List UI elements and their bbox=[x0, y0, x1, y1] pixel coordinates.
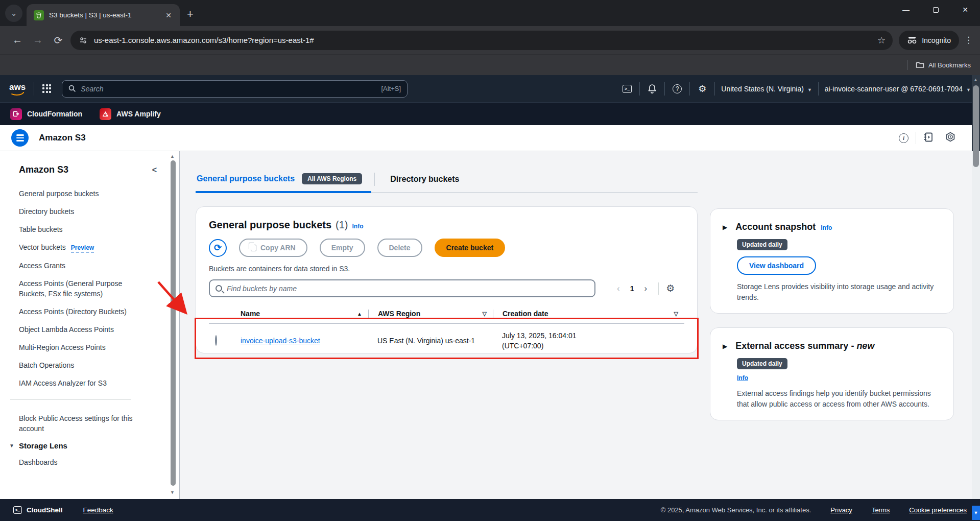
scrollbar-thumb[interactable] bbox=[171, 160, 176, 486]
scroll-down-icon[interactable]: ▼ bbox=[972, 506, 980, 520]
account-menu[interactable]: ai-invoice-scanner-user @ 6762-0691-7094… bbox=[825, 85, 971, 93]
view-dashboard-button[interactable]: View dashboard bbox=[737, 256, 816, 275]
scroll-down-icon[interactable]: ▼ bbox=[170, 490, 175, 495]
gear-icon: ⚙ bbox=[666, 283, 675, 294]
browser-tab[interactable]: S3 buckets | S3 | us-east-1 ✕ bbox=[27, 4, 180, 26]
info-link[interactable]: Info bbox=[352, 223, 364, 230]
sidebar-item-access-points-gp[interactable]: Access Points (General Purpose Buckets, … bbox=[19, 278, 151, 299]
cloudshell-button[interactable]: >_ bbox=[621, 85, 633, 93]
footer-cloudshell-button[interactable]: >_ CloudShell bbox=[13, 506, 63, 514]
s3-favicon-icon bbox=[34, 10, 44, 20]
sidebar-item-vector-buckets[interactable]: Vector bucketsPreview bbox=[19, 242, 151, 253]
sidebar-section-storage-lens[interactable]: ▼ Storage Lens bbox=[9, 441, 179, 450]
all-bookmarks-button[interactable]: All Bookmarks bbox=[928, 61, 971, 69]
row-radio-button[interactable] bbox=[215, 335, 217, 346]
services-menu-button[interactable] bbox=[42, 84, 52, 93]
forward-button[interactable]: → bbox=[28, 30, 48, 51]
column-header-creation-date[interactable]: Creation date▽ bbox=[493, 310, 684, 318]
copy-arn-button[interactable]: Copy ARN bbox=[239, 239, 307, 257]
scrollbar-thumb[interactable] bbox=[973, 85, 979, 167]
privacy-link[interactable]: Privacy bbox=[830, 506, 852, 514]
aws-top-nav: aws [Alt+S] >_ ? ⚙ United States (N. Vir… bbox=[0, 75, 980, 102]
scroll-up-icon[interactable]: ▲ bbox=[170, 154, 175, 159]
incognito-label: Incognito bbox=[922, 36, 951, 44]
new-tab-button[interactable]: + bbox=[187, 8, 194, 21]
refresh-button[interactable]: ⟳ bbox=[209, 239, 227, 257]
delete-button[interactable]: Delete bbox=[377, 239, 422, 257]
sidebar-collapse-icon[interactable]: < bbox=[152, 165, 157, 175]
sidebar-item-object-lambda[interactable]: Object Lambda Access Points bbox=[19, 324, 151, 335]
column-header-region[interactable]: AWS Region▽ bbox=[368, 310, 493, 318]
empty-button[interactable]: Empty bbox=[320, 239, 365, 257]
cloudshell-icon: >_ bbox=[623, 85, 632, 93]
aws-amplify-icon bbox=[100, 108, 111, 120]
help-button[interactable]: ? bbox=[671, 84, 683, 93]
sidebar-item-directory-buckets[interactable]: Directory buckets bbox=[19, 206, 151, 217]
sidebar-item-multi-region[interactable]: Multi-Region Access Points bbox=[19, 342, 151, 352]
info-icon[interactable]: i bbox=[899, 133, 909, 143]
sidebar-item-table-buckets[interactable]: Table buckets bbox=[19, 224, 151, 234]
aws-nav-utilities: >_ ? ⚙ United States (N. Virginia)▼ ai-i… bbox=[621, 82, 971, 96]
aws-search-bar[interactable]: [Alt+S] bbox=[62, 80, 408, 98]
divider bbox=[639, 82, 640, 96]
sidebar-item-access-points-directory[interactable]: Access Points (Directory Buckets) bbox=[19, 306, 151, 317]
panel-description: Buckets are containers for data stored i… bbox=[209, 265, 684, 273]
settings-button[interactable]: ⚙ bbox=[696, 83, 708, 94]
column-header-name[interactable]: Name▲ bbox=[241, 310, 368, 318]
window-maximize-button[interactable] bbox=[921, 0, 950, 19]
info-link[interactable]: Info bbox=[737, 374, 941, 382]
bell-icon bbox=[648, 84, 657, 93]
favorite-aws-amplify[interactable]: AWS Amplify bbox=[100, 108, 161, 120]
back-button[interactable]: ← bbox=[7, 30, 28, 51]
sidebar-scrollbar[interactable]: ▲ ▼ bbox=[170, 154, 176, 495]
cookie-preferences-link[interactable]: Cookie preferences bbox=[909, 506, 967, 514]
reload-button[interactable]: ⟳ bbox=[48, 30, 68, 51]
tab-directory-buckets[interactable]: Directory buckets bbox=[378, 175, 471, 192]
footer-feedback-button[interactable]: Feedback bbox=[83, 506, 113, 514]
favorite-cloudformation[interactable]: CloudFormation bbox=[10, 108, 82, 120]
shortcuts-panel-icon[interactable] bbox=[923, 132, 934, 144]
find-buckets-input[interactable] bbox=[227, 285, 589, 293]
terms-link[interactable]: Terms bbox=[872, 506, 890, 514]
sidebar: Amazon S3 < General purpose buckets Dire… bbox=[0, 151, 180, 499]
sidebar-item-iam-access-analyzer[interactable]: IAM Access Analyzer for S3 bbox=[19, 378, 151, 388]
region-selector[interactable]: United States (N. Virginia)▼ bbox=[721, 85, 812, 93]
sidebar-item-general-purpose-buckets[interactable]: General purpose buckets bbox=[19, 188, 151, 199]
chevron-collapsed-icon[interactable]: ▶ bbox=[723, 224, 727, 231]
create-bucket-button[interactable]: Create bucket bbox=[435, 239, 506, 257]
aws-search-input[interactable] bbox=[81, 85, 381, 93]
sidebar-item-block-public-access[interactable]: Block Public Access settings for this ac… bbox=[19, 413, 151, 434]
tab-close-icon[interactable]: ✕ bbox=[162, 10, 175, 20]
next-page-button[interactable]: › bbox=[640, 283, 651, 294]
search-icon bbox=[216, 285, 222, 292]
console-footer: >_ CloudShell Feedback © 2025, Amazon We… bbox=[0, 499, 980, 521]
browser-menu-button[interactable]: ⋮ bbox=[964, 35, 973, 45]
window-close-button[interactable]: ✕ bbox=[950, 0, 980, 19]
bookmark-star-icon[interactable]: ☆ bbox=[877, 35, 886, 46]
chevron-collapsed-icon[interactable]: ▶ bbox=[723, 343, 727, 350]
table-preferences-button[interactable]: ⚙ bbox=[666, 282, 675, 294]
sidebar-item-access-grants[interactable]: Access Grants bbox=[19, 260, 151, 271]
address-bar[interactable]: us-east-1.console.aws.amazon.com/s3/home… bbox=[70, 31, 893, 50]
notifications-button[interactable] bbox=[646, 84, 658, 93]
aws-logo[interactable]: aws bbox=[9, 82, 26, 96]
service-title: Amazon S3 bbox=[39, 133, 86, 143]
site-info-icon[interactable] bbox=[78, 35, 89, 46]
browser-scrollbar[interactable]: ▲ ▼ bbox=[972, 75, 980, 521]
info-link[interactable]: Info bbox=[821, 224, 832, 231]
bucket-count: (1) bbox=[336, 219, 348, 231]
sidebar-toggle-button[interactable] bbox=[11, 129, 29, 147]
find-buckets-searchbox[interactable] bbox=[209, 279, 595, 297]
window-minimize-button[interactable]: — bbox=[891, 0, 921, 19]
bucket-name-link[interactable]: invoice-upload-s3-bucket bbox=[241, 337, 320, 345]
scroll-up-icon[interactable]: ▲ bbox=[973, 77, 978, 82]
previous-page-button[interactable]: ‹ bbox=[613, 283, 624, 294]
copy-icon bbox=[251, 245, 256, 251]
sidebar-item-dashboards[interactable]: Dashboards bbox=[19, 457, 151, 467]
sidebar-item-batch-operations[interactable]: Batch Operations bbox=[19, 360, 151, 370]
favorite-label: AWS Amplify bbox=[116, 110, 161, 118]
cloudwatch-clock-icon[interactable] bbox=[945, 132, 955, 144]
tab-general-purpose-buckets[interactable]: General purpose buckets All AWS Regions bbox=[196, 173, 371, 193]
account-snapshot-card: ▶ Account snapshot Info Updated daily Vi… bbox=[710, 208, 954, 314]
tab-search-button[interactable]: ⌄ bbox=[5, 5, 22, 22]
